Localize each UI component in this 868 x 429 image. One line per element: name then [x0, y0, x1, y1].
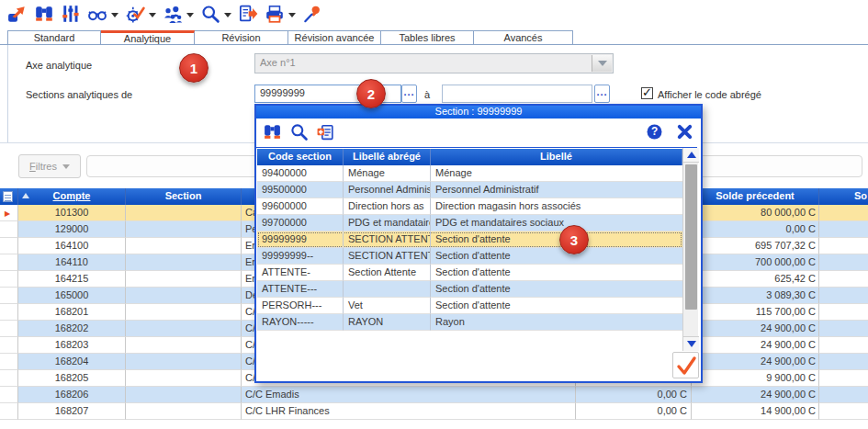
pin-icon	[302, 4, 322, 26]
section-row[interactable]: ATTENTE-Section AttenteSection d'attente	[257, 265, 682, 281]
scroll-down-button[interactable]	[683, 336, 699, 351]
section-row[interactable]: 99999999--SECTION ATTENTISection d'atten…	[257, 248, 682, 265]
solde-precedent-cell: 24 900,00 C	[692, 337, 819, 354]
tab-analytique[interactable]: Analytique	[101, 30, 195, 45]
dialog-col-header-0[interactable]: Code section	[257, 149, 344, 165]
callout-badge-3: 3	[559, 225, 589, 254]
collective-button[interactable]	[163, 4, 194, 26]
filtres-button[interactable]: Filtres	[18, 154, 81, 178]
dialog-scrollbar[interactable]	[682, 148, 698, 351]
check-icon	[675, 355, 697, 377]
libelle-abrege-cell: SECTION ATTENTI	[344, 248, 431, 265]
section-row[interactable]: 99400000MénageMénage	[257, 165, 682, 182]
axe-dropdown-button[interactable]	[592, 55, 612, 72]
solde-precedent-cell: 700 000,00 C	[692, 254, 819, 271]
solde-precedent-cell: 9 900,00 C	[692, 370, 819, 387]
help-button[interactable]: ?	[646, 122, 663, 144]
code-section-cell: 99600000	[257, 198, 344, 215]
chevron-down-icon[interactable]	[149, 13, 156, 17]
axe-analytique-select[interactable]: Axe n°1	[254, 53, 614, 73]
new-record-button[interactable]	[316, 122, 335, 144]
section-row[interactable]: 99600000Direction hors asDirection magas…	[257, 198, 682, 215]
chevron-down-icon[interactable]	[186, 13, 194, 17]
compte-cell: 164215	[18, 271, 126, 288]
export-document-button[interactable]	[238, 4, 258, 26]
zoom-magnifier-button[interactable]	[289, 122, 309, 144]
section-row[interactable]: 99700000PDG et mandatairePDG et mandatai…	[257, 215, 682, 231]
afficher-code-abrege-checkbox[interactable]: ✓	[641, 87, 653, 99]
scrollbar-thumb[interactable]	[685, 164, 697, 310]
table-row[interactable]: 168206C/C Emadis0,00 C24 900,00 C	[0, 387, 868, 403]
compte-cell: 168203	[18, 337, 126, 354]
tab-r-vision-avanc-e[interactable]: Révision avancée	[288, 30, 381, 45]
section-to-input[interactable]	[442, 85, 592, 103]
section-cell	[126, 271, 242, 288]
code-section-cell: 99700000	[257, 215, 344, 231]
grid-col-header-1[interactable]: Compte	[18, 188, 126, 205]
view-glasses-icon	[87, 4, 107, 26]
chevron-down-icon[interactable]	[224, 13, 231, 17]
solde-n-cell: 0,00 C	[576, 403, 692, 420]
section-from-browse-button[interactable]: ...	[401, 85, 417, 103]
filtres-button-label: Filtres	[29, 161, 57, 172]
compte-cell: 164110	[18, 254, 126, 271]
search-binoculars-button[interactable]	[263, 122, 282, 144]
dialog-col-header-1[interactable]: Libellé abrégé	[344, 149, 431, 165]
print-button[interactable]	[265, 4, 296, 26]
libelle-cell: Section d'attente	[431, 265, 682, 281]
chevron-down-icon[interactable]	[111, 13, 118, 17]
tab-avanc-s[interactable]: Avancés	[474, 30, 573, 45]
libelle-abrege-cell: Direction hors as	[344, 198, 431, 215]
code-section-cell: 99500000	[257, 182, 344, 198]
dialog-col-header-2[interactable]: Libellé	[431, 149, 682, 165]
options-gear-check-button[interactable]	[125, 4, 156, 26]
grid-col-header-2[interactable]: Section	[126, 188, 242, 205]
section-row[interactable]: RAYON-----RAYONRayon	[257, 314, 682, 331]
new-record-icon	[316, 122, 335, 143]
section-to-value	[443, 85, 592, 88]
code-section-cell: 99999999	[257, 231, 344, 248]
table-row[interactable]: 168207C/C LHR Finances0,00 C14 900,00 C	[0, 403, 868, 420]
libelle-abrege-cell: Personnel Adminis	[344, 182, 431, 198]
grid-col-header-6[interactable]: So	[819, 188, 868, 205]
last-col-cell	[819, 238, 868, 254]
navigate-button[interactable]	[7, 4, 28, 26]
solde-precedent-cell: 625,42 C	[692, 271, 819, 288]
validate-button[interactable]	[672, 352, 699, 378]
last-col-cell	[819, 403, 868, 420]
chevron-down-icon[interactable]	[288, 13, 296, 17]
libelle-cell: Rayon	[431, 314, 682, 331]
grid-corner-icon	[3, 191, 13, 202]
close-button[interactable]	[676, 122, 693, 144]
view-glasses-button[interactable]	[87, 4, 118, 26]
compte-cell: 168201	[18, 304, 126, 321]
scroll-up-button[interactable]	[683, 148, 699, 163]
tab-r-vision[interactable]: Révision	[195, 30, 288, 45]
section-row[interactable]: 99500000Personnel AdminisPersonnel Admin…	[257, 182, 682, 198]
section-row[interactable]: 99999999SECTION ATTENTISection d'attente	[257, 231, 682, 248]
export-document-icon	[238, 4, 258, 26]
row-marker-cell	[0, 403, 18, 420]
zoom-magnifier-icon	[289, 122, 309, 143]
code-section-cell: RAYON-----	[257, 314, 344, 331]
pin-button[interactable]	[302, 4, 322, 26]
tab-standard[interactable]: Standard	[7, 30, 101, 45]
collective-icon	[163, 4, 183, 26]
section-cell	[126, 337, 242, 354]
libelle-cell: Ménage	[431, 165, 682, 182]
grid-col-header-5[interactable]: Solde précedent	[692, 188, 819, 205]
section-row[interactable]: ATTENTE---Section d'attente	[257, 281, 682, 298]
main-toolbar	[0, 0, 868, 29]
section-cell	[126, 387, 242, 403]
section-to-browse-button[interactable]: ...	[594, 85, 610, 103]
help-icon: ?	[646, 123, 663, 142]
compte-cell: 165000	[18, 288, 126, 304]
zoom-magnifier-button[interactable]	[200, 4, 231, 26]
compte-cell: 168202	[18, 321, 126, 337]
section-cell	[126, 288, 242, 304]
section-row[interactable]: PERSORH---VetSection d'attente	[257, 298, 682, 314]
search-binoculars-button[interactable]	[34, 4, 54, 26]
tab-tables-libres[interactable]: Tables libres	[381, 30, 474, 45]
solde-precedent-cell: 695 707,32 C	[692, 238, 819, 254]
criteria-sliders-button[interactable]	[61, 4, 81, 26]
